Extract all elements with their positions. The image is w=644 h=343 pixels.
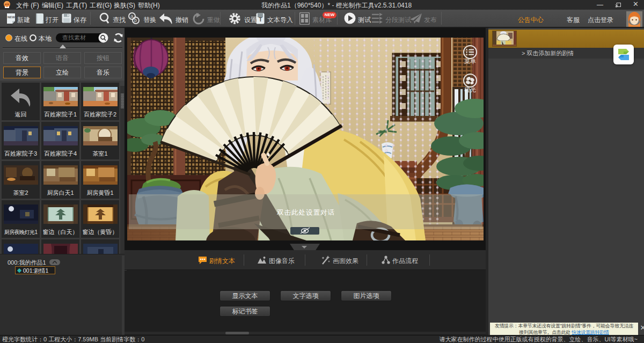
svg-text:橙光: 橙光: [464, 86, 476, 93]
svg-text:a: a: [130, 13, 133, 19]
svg-text:菜单: 菜单: [464, 58, 476, 64]
svg-text:T: T: [259, 16, 262, 23]
svg-text:NEW: NEW: [8, 16, 15, 19]
svg-text:b: b: [134, 18, 137, 23]
svg-text:双击此处设置对话: 双击此处设置对话: [277, 209, 335, 216]
